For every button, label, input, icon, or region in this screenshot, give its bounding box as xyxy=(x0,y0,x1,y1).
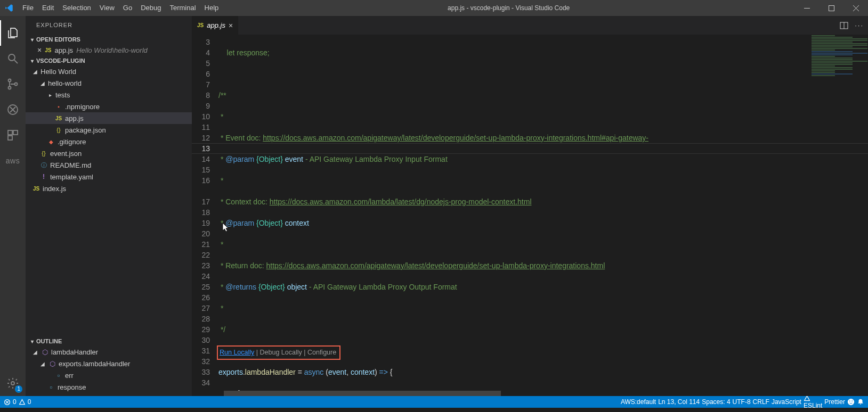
codelens-row: Run Locally | Debug Locally | Configure xyxy=(218,345,868,356)
horizontal-scrollbar[interactable] xyxy=(192,391,868,396)
status-aws[interactable]: AWS:default xyxy=(621,398,656,406)
module-icon: ⬡ xyxy=(48,360,56,368)
menu-view[interactable]: View xyxy=(95,0,119,16)
close-icon[interactable]: × xyxy=(37,46,42,54)
editor-area: JS app.js × ··· 345678910111213141516171… xyxy=(192,16,868,396)
status-eslint[interactable]: ESLint xyxy=(804,395,822,409)
svg-point-9 xyxy=(11,382,14,385)
outline-lambda-handler[interactable]: ◢⬡lambdaHandler xyxy=(26,346,192,358)
open-editor-item[interactable]: × JS app.js Hello World\hello-world xyxy=(26,44,192,56)
tree-file-gitignore[interactable]: ◆.gitignore xyxy=(26,136,192,147)
variable-icon: ▫ xyxy=(54,372,63,380)
svg-point-12 xyxy=(848,399,854,405)
tree-file-readme[interactable]: ⓘREADME.md xyxy=(26,159,192,171)
status-eol[interactable]: CRLF xyxy=(753,398,769,406)
sidebar-title: EXPLORER xyxy=(26,16,192,35)
tree-file-indexjs[interactable]: JSindex.js xyxy=(26,183,192,194)
svg-point-14 xyxy=(851,400,853,401)
section-open-editors[interactable]: ▾OPEN EDITORS xyxy=(26,35,192,44)
yaml-file-icon: ! xyxy=(39,173,48,180)
outline-tree: ◢⬡lambdaHandler ◢⬡exports.lambdaHandler … xyxy=(26,346,192,396)
menu-edit[interactable]: Edit xyxy=(38,0,58,16)
sidebar: EXPLORER ▾OPEN EDITORS × JS app.js Hello… xyxy=(26,16,192,396)
scrollbar-thumb[interactable] xyxy=(224,391,501,396)
svg-rect-7 xyxy=(13,130,18,135)
menu-bar: File Edit Selection View Go Debug Termin… xyxy=(18,0,223,16)
tree-folder-hello-world[interactable]: ◢Hello World xyxy=(26,65,192,77)
menu-terminal[interactable]: Terminal xyxy=(165,0,200,16)
json-file-icon: {} xyxy=(39,150,48,156)
outline-response[interactable]: ▫response xyxy=(26,381,192,393)
code-lines: let response; /** * * Event doc: https:/… xyxy=(218,35,868,396)
svg-point-1 xyxy=(9,54,15,61)
tree-folder-tests[interactable]: ▸tests xyxy=(26,89,192,101)
status-indentation[interactable]: Spaces: 4 xyxy=(702,398,730,406)
status-prettier[interactable]: Prettier xyxy=(824,398,845,406)
window-minimize-icon[interactable] xyxy=(794,0,819,16)
svg-rect-0 xyxy=(829,5,834,11)
svg-rect-8 xyxy=(8,136,12,140)
codelens-debug-locally[interactable]: Debug Locally xyxy=(260,349,302,356)
tree-folder-hello-world-sub[interactable]: ◢hello-world xyxy=(26,77,192,89)
status-language[interactable]: JavaScript xyxy=(772,398,801,406)
js-file-icon: JS xyxy=(45,47,51,53)
activity-settings-icon[interactable]: 1 xyxy=(0,370,26,396)
activity-extensions-icon[interactable] xyxy=(0,122,26,148)
menu-go[interactable]: Go xyxy=(119,0,136,16)
window-close-icon[interactable] xyxy=(843,0,868,16)
tab-close-icon[interactable]: × xyxy=(229,21,233,30)
window-title: app.js - vscode-plugin - Visual Studio C… xyxy=(223,4,794,12)
status-feedback-icon[interactable] xyxy=(847,398,855,406)
tree-file-npmignore[interactable]: ▪.npmignore xyxy=(26,101,192,112)
code-editor[interactable]: 3456789101112131415161718192021222324252… xyxy=(192,35,868,396)
activity-explorer-icon[interactable] xyxy=(0,20,26,46)
status-encoding[interactable]: UTF-8 xyxy=(733,398,751,406)
activity-search-icon[interactable] xyxy=(0,46,26,71)
minimap[interactable] xyxy=(809,35,868,114)
line-numbers: 3456789101112131415161718192021222324252… xyxy=(192,35,218,396)
svg-point-13 xyxy=(849,400,850,401)
activity-aws-icon[interactable]: aws xyxy=(0,148,26,174)
activity-bar: aws 1 xyxy=(0,16,26,396)
md-file-icon: ⓘ xyxy=(39,161,48,169)
outline-err[interactable]: ▫err xyxy=(26,369,192,381)
window-maximize-icon[interactable] xyxy=(819,0,843,16)
status-notifications-icon[interactable] xyxy=(857,398,864,406)
tab-bar: JS app.js × ··· xyxy=(192,16,868,35)
activity-debug-icon[interactable] xyxy=(0,97,26,122)
file-tree: ◢Hello World ◢hello-world ▸tests ▪.npmig… xyxy=(26,65,192,194)
json-file-icon: {} xyxy=(54,127,63,133)
menu-debug[interactable]: Debug xyxy=(136,0,165,16)
activity-source-control-icon[interactable] xyxy=(0,71,26,97)
tree-file-template[interactable]: !template.yaml xyxy=(26,171,192,183)
svg-rect-6 xyxy=(8,130,12,135)
settings-badge: 1 xyxy=(15,385,22,393)
js-file-icon: JS xyxy=(54,116,63,121)
js-file-icon: JS xyxy=(32,186,40,192)
status-problems[interactable]: 0 0 xyxy=(0,396,35,408)
module-icon: ⬡ xyxy=(40,348,49,356)
codelens-run-locally[interactable]: Run Locally xyxy=(220,349,254,356)
svg-point-4 xyxy=(15,83,18,86)
menu-help[interactable]: Help xyxy=(200,0,223,16)
vscode-logo-icon xyxy=(0,3,18,13)
section-project[interactable]: ▾VSCODE-PLUGIN xyxy=(26,56,192,65)
outline-exports-lambda-handler[interactable]: ◢⬡exports.lambdaHandler xyxy=(26,358,192,369)
menu-selection[interactable]: Selection xyxy=(58,0,95,16)
menu-file[interactable]: File xyxy=(18,0,38,16)
git-file-icon: ◆ xyxy=(47,139,55,145)
status-cursor-position[interactable]: Ln 13, Col 114 xyxy=(658,398,700,406)
more-actions-icon[interactable]: ··· xyxy=(855,21,864,29)
tree-file-eventjson[interactable]: {}event.json xyxy=(26,147,192,159)
split-editor-icon[interactable] xyxy=(840,21,848,30)
npm-file-icon: ▪ xyxy=(54,104,63,110)
tab-appjs[interactable]: JS app.js × xyxy=(192,16,238,35)
status-bar: 0 0 AWS:default Ln 13, Col 114 Spaces: 4… xyxy=(0,396,868,408)
codelens-configure[interactable]: Configure xyxy=(307,349,336,356)
variable-icon: ▫ xyxy=(47,383,55,391)
tree-file-appjs[interactable]: JSapp.js xyxy=(26,112,192,124)
svg-point-3 xyxy=(9,87,11,89)
section-outline[interactable]: ▾OUTLINE xyxy=(26,336,192,346)
tree-file-packagejson[interactable]: {}package.json xyxy=(26,124,192,136)
svg-point-2 xyxy=(9,79,11,82)
